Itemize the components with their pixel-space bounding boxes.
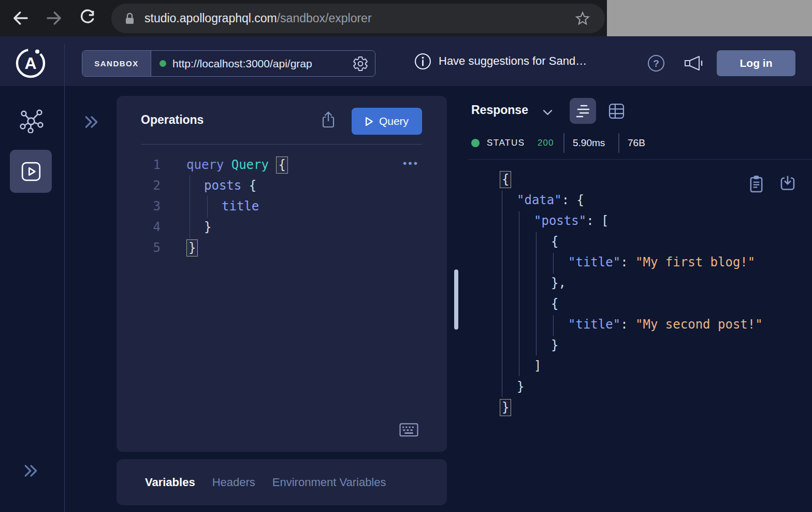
- endpoint-status-dot: [160, 60, 166, 67]
- play-square-icon: [20, 161, 42, 182]
- apollo-sandbox-window: studio.apollographql.com/sandbox/explore…: [0, 0, 812, 512]
- info-icon: [414, 53, 431, 70]
- endpoint-box: SANDBOX http://localhost:3000/api/grap: [82, 50, 375, 77]
- operations-title: Operations: [141, 113, 204, 127]
- share-icon[interactable]: [321, 111, 336, 129]
- download-response-icon[interactable]: [779, 175, 796, 192]
- url-path: /sandbox/explorer: [277, 11, 372, 25]
- response-header-divider: [469, 159, 812, 160]
- svg-text:A: A: [24, 54, 36, 73]
- url-host: studio.apollographql.com: [144, 11, 277, 25]
- forward-icon[interactable]: [45, 9, 63, 27]
- endpoint-url-input[interactable]: http://localhost:3000/api/grap: [172, 58, 346, 70]
- suggestion-banner[interactable]: Have suggestions for Sand…: [414, 52, 587, 70]
- response-title: Response: [471, 103, 528, 117]
- query-editor[interactable]: 1query Query {2posts {3title4}5}: [117, 154, 447, 258]
- operations-header-divider: [141, 144, 422, 145]
- suggestion-text: Have suggestions for Sand…: [439, 54, 587, 68]
- sidebar-item-schema-graph-icon[interactable]: [19, 108, 44, 133]
- line-number: 5: [117, 237, 161, 258]
- reload-icon[interactable]: [78, 9, 96, 27]
- indent-guide: [190, 175, 190, 238]
- line-number: 3: [117, 196, 161, 217]
- code-line: 1query Query {: [117, 154, 447, 175]
- lock-icon: [124, 11, 136, 26]
- tab-environment-variables[interactable]: Environment Variables: [272, 476, 386, 489]
- indent-guide: [502, 191, 502, 397]
- raw-view-button[interactable]: [570, 98, 596, 124]
- sidebar-divider: [64, 44, 65, 512]
- indent-guide: [536, 232, 536, 355]
- apollo-logo-icon[interactable]: A: [15, 47, 47, 79]
- run-query-label: Query: [379, 115, 409, 127]
- indent-guide: [519, 211, 519, 376]
- code-line: {: [500, 293, 812, 314]
- indent-guide: [553, 315, 554, 336]
- code-line: }: [500, 376, 812, 397]
- code-line: "title": "My first blog!": [500, 252, 812, 273]
- status-label: STATUS: [487, 134, 525, 152]
- code-line: }: [500, 397, 812, 418]
- line-number: 2: [117, 175, 161, 196]
- code-line: {: [500, 169, 812, 190]
- code-line: 4}: [117, 217, 447, 237]
- svg-text:?: ?: [653, 58, 659, 69]
- response-json: {"data": {"posts": [{"title": "My first …: [500, 169, 812, 418]
- response-size: 76B: [628, 134, 645, 152]
- keyboard-shortcuts-icon[interactable]: [399, 423, 418, 437]
- code-line: 2posts {: [117, 175, 447, 196]
- request-options-panel: Variables Headers Environment Variables: [117, 459, 447, 505]
- browser-toolbar: studio.apollographql.com/sandbox/explore…: [0, 0, 812, 36]
- code-line: "posts": [: [500, 210, 812, 231]
- tab-variables[interactable]: Variables: [145, 476, 195, 489]
- sandbox-badge[interactable]: SANDBOX: [82, 51, 151, 76]
- align-lines-icon: [576, 104, 590, 118]
- docs-panel-expand-chevrons-icon[interactable]: [84, 115, 99, 129]
- code-line: {: [500, 231, 812, 252]
- indent-guide: [207, 196, 208, 218]
- url-text: studio.apollographql.com/sandbox/explore…: [144, 4, 372, 33]
- operations-panel: Operations Query 1query Query {2posts {3…: [117, 96, 447, 452]
- editor-menu-button[interactable]: •••: [403, 157, 419, 169]
- panel-resize-handle[interactable]: [454, 269, 458, 330]
- code-line: }: [500, 335, 812, 355]
- copy-response-clipboard-icon[interactable]: [749, 175, 764, 193]
- response-dropdown-chevron-icon[interactable]: [543, 109, 553, 116]
- app-header: A SANDBOX http://localhost:3000/api/grap…: [0, 36, 812, 86]
- megaphone-icon[interactable]: [684, 55, 704, 72]
- code-line: 5}: [117, 237, 447, 258]
- endpoint-settings-gear-icon[interactable]: [352, 55, 369, 72]
- browser-chrome-gap: [607, 0, 812, 36]
- response-status-dot: [471, 139, 480, 147]
- code-line: },: [500, 273, 812, 293]
- status-divider: [563, 133, 564, 153]
- run-query-button[interactable]: Query: [352, 108, 422, 135]
- table-view-icon[interactable]: [608, 103, 625, 119]
- line-number: 4: [117, 217, 161, 237]
- code-line: 3title: [117, 196, 447, 217]
- tab-headers[interactable]: Headers: [212, 476, 255, 489]
- back-icon[interactable]: [12, 9, 30, 27]
- status-divider: [618, 133, 619, 153]
- code-line: "data": {: [500, 190, 812, 210]
- response-duration: 5.90ms: [573, 134, 605, 152]
- help-icon[interactable]: ?: [647, 54, 665, 72]
- endpoint-input-area: http://localhost:3000/api/grap: [151, 51, 375, 76]
- code-line: ]: [500, 355, 812, 376]
- login-button[interactable]: Log in: [717, 50, 795, 76]
- bookmark-star-icon[interactable]: [575, 11, 590, 26]
- sidebar-expand-chevrons-icon[interactable]: [24, 464, 38, 478]
- indent-guide: [553, 253, 554, 274]
- status-code: 200: [538, 134, 554, 152]
- play-triangle-icon: [365, 117, 373, 126]
- sidebar-item-explorer[interactable]: [10, 150, 52, 193]
- line-number: 1: [117, 154, 161, 175]
- code-line: "title": "My second post!": [500, 314, 812, 335]
- address-bar[interactable]: studio.apollographql.com/sandbox/explore…: [111, 4, 605, 33]
